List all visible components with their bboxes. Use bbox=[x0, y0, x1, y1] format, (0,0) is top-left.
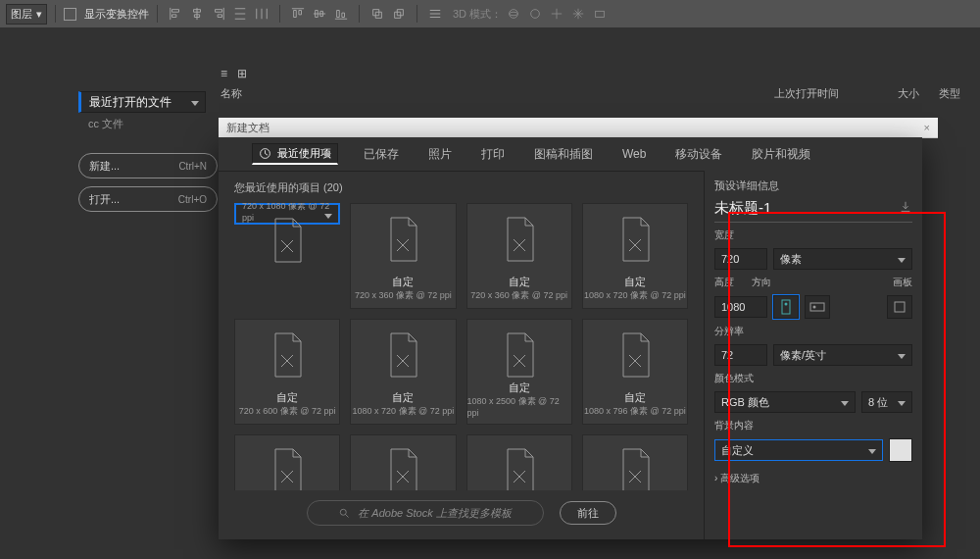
orientation-landscape[interactable] bbox=[805, 295, 830, 319]
preset-dimensions: 1080 x 2500 像素 @ 72 ppi bbox=[467, 395, 571, 418]
align-right-edges-icon[interactable] bbox=[209, 4, 228, 24]
more-icon[interactable] bbox=[425, 4, 445, 24]
arrange-icon-1[interactable] bbox=[368, 4, 387, 24]
preset-card[interactable]: 自定 bbox=[466, 434, 572, 490]
svg-point-5 bbox=[341, 509, 347, 515]
align-left-edges-icon[interactable] bbox=[166, 4, 185, 24]
color-mode-select[interactable]: RGB 颜色 bbox=[714, 391, 856, 413]
bg-color-swatch[interactable] bbox=[889, 438, 912, 462]
3d-orbit-icon[interactable] bbox=[504, 4, 523, 24]
preset-card[interactable]: 自定 bbox=[582, 434, 688, 490]
recent-files-nav[interactable]: 最近打开的文件 bbox=[78, 91, 206, 113]
document-icon bbox=[615, 331, 655, 381]
new-button-label: 新建... bbox=[89, 159, 120, 174]
3d-slide-icon[interactable] bbox=[568, 4, 588, 24]
align-top-icon[interactable] bbox=[288, 4, 308, 24]
preset-dimensions: 720 x 360 像素 @ 72 ppi bbox=[355, 289, 452, 302]
save-preset-icon[interactable] bbox=[899, 200, 912, 217]
preset-name: 自定 bbox=[624, 390, 646, 405]
modal-title: 新建文档 bbox=[226, 121, 270, 135]
bit-depth-select[interactable]: 8 位 bbox=[861, 391, 912, 413]
presets-panel: 您最近使用的项目 (20) 自定720 x 1080 像素 @ 72 ppi自定… bbox=[219, 171, 704, 539]
tab-print[interactable]: 打印 bbox=[477, 138, 509, 171]
width-unit-select[interactable]: 像素 bbox=[773, 248, 912, 270]
tab-mobile[interactable]: 移动设备 bbox=[671, 138, 726, 171]
cc-files-nav[interactable]: cc 文件 bbox=[78, 113, 206, 145]
preset-dimensions: 720 x 600 像素 @ 72 ppi bbox=[239, 405, 336, 418]
distribute-v-icon[interactable] bbox=[252, 4, 271, 24]
preset-card[interactable]: 自定1080 x 720 像素 @ 72 ppi bbox=[582, 203, 688, 309]
arrange-icon-2[interactable] bbox=[389, 4, 409, 24]
open-button[interactable]: 打开... Ctrl+O bbox=[78, 186, 218, 212]
tab-saved[interactable]: 已保存 bbox=[360, 138, 403, 171]
document-icon bbox=[500, 447, 539, 490]
resolution-input[interactable] bbox=[714, 344, 767, 366]
modal-titlebar[interactable]: 新建文档 × bbox=[219, 118, 938, 138]
distribute-h-icon[interactable] bbox=[230, 4, 250, 24]
preset-card[interactable]: 自定720 x 360 像素 @ 72 ppi bbox=[466, 203, 572, 309]
tab-film[interactable]: 胶片和视频 bbox=[748, 138, 814, 171]
tab-photo[interactable]: 照片 bbox=[424, 138, 456, 171]
layer-dropdown[interactable]: 图层 ▾ bbox=[6, 4, 47, 25]
document-title-row: 未标题-1 bbox=[714, 199, 912, 223]
preset-name: 自定 bbox=[392, 390, 414, 405]
close-icon[interactable]: × bbox=[924, 122, 930, 133]
svg-point-7 bbox=[785, 303, 788, 306]
grid-view-icon[interactable]: ⊞ bbox=[237, 67, 247, 80]
preset-dimensions: 720 x 360 像素 @ 72 ppi bbox=[470, 289, 567, 302]
height-input[interactable] bbox=[714, 296, 767, 318]
advanced-options-toggle[interactable]: › 高级选项 bbox=[714, 472, 912, 485]
artboards-checkbox[interactable] bbox=[887, 295, 912, 319]
3d-pan-icon[interactable] bbox=[547, 4, 566, 24]
document-title[interactable]: 未标题-1 bbox=[714, 199, 771, 218]
document-icon bbox=[615, 216, 655, 266]
stock-search-placeholder: 在 Adobe Stock 上查找更多模板 bbox=[358, 506, 512, 521]
document-icon bbox=[500, 331, 539, 381]
list-view-icon[interactable]: ≡ bbox=[220, 67, 227, 80]
svg-rect-10 bbox=[895, 302, 905, 312]
preset-card[interactable]: 自定1080 x 2500 像素 @ 72 ppi bbox=[466, 319, 572, 425]
show-transform-checkbox[interactable] bbox=[64, 8, 76, 21]
col-type[interactable]: 类型 bbox=[939, 86, 960, 101]
3d-zoom-icon[interactable] bbox=[590, 4, 610, 24]
align-vcenter-icon[interactable] bbox=[310, 4, 329, 24]
preset-card[interactable]: 自定1080 x 796 像素 @ 72 ppi bbox=[582, 319, 688, 425]
tab-recent-label: 最近使用项 bbox=[277, 146, 331, 161]
document-icon bbox=[500, 216, 539, 266]
document-icon bbox=[268, 331, 307, 381]
document-icon bbox=[383, 216, 422, 266]
preset-card[interactable]: 自定 bbox=[350, 434, 456, 490]
width-label: 宽度 bbox=[714, 229, 912, 242]
preset-card[interactable]: 自定720 x 360 像素 @ 72 ppi bbox=[350, 203, 456, 309]
preset-name: 自定 bbox=[624, 275, 646, 289]
show-transform-label: 显示变换控件 bbox=[84, 7, 149, 22]
col-size[interactable]: 大小 bbox=[898, 86, 919, 101]
start-left-nav: 最近打开的文件 cc 文件 新建... Ctrl+N 打开... Ctrl+O bbox=[78, 91, 206, 212]
col-name[interactable]: 名称 bbox=[220, 86, 242, 101]
presets-title: 您最近使用的项目 (20) bbox=[234, 180, 688, 195]
preset-card[interactable]: 自定720 x 1080 像素 @ 72 ppi bbox=[234, 203, 340, 225]
preset-details-panel: 预设详细信息 未标题-1 宽度 像素 高度 方向 画板 bbox=[704, 171, 922, 539]
go-button[interactable]: 前往 bbox=[560, 501, 616, 525]
resolution-unit-select[interactable]: 像素/英寸 bbox=[773, 344, 912, 366]
bg-content-select[interactable]: 自定义 bbox=[714, 439, 883, 461]
width-input[interactable] bbox=[714, 248, 767, 270]
tab-art[interactable]: 图稿和插图 bbox=[530, 138, 597, 171]
align-hcenter-icon[interactable] bbox=[187, 4, 207, 24]
preset-card[interactable]: 自定1080 x 720 像素 @ 72 ppi bbox=[350, 319, 456, 425]
tab-web[interactable]: Web bbox=[618, 138, 650, 171]
col-last-open[interactable]: 上次打开时间 bbox=[774, 86, 839, 101]
preset-card[interactable]: 自定720 x 600 像素 @ 72 ppi bbox=[234, 319, 340, 425]
preset-card[interactable]: 自定 bbox=[234, 434, 340, 490]
tab-recent[interactable]: 最近使用项 bbox=[252, 143, 338, 165]
resolution-label: 分辨率 bbox=[714, 325, 912, 338]
stock-search[interactable]: 在 Adobe Stock 上查找更多模板 bbox=[307, 500, 544, 526]
svg-point-2 bbox=[531, 10, 540, 19]
align-bottom-icon[interactable] bbox=[331, 4, 351, 24]
3d-roll-icon[interactable] bbox=[525, 4, 545, 24]
height-label: 高度 bbox=[714, 276, 734, 289]
orientation-portrait[interactable] bbox=[773, 295, 799, 319]
new-button[interactable]: 新建... Ctrl+N bbox=[78, 153, 218, 178]
chevron-down-icon: ▾ bbox=[36, 8, 42, 21]
document-icon bbox=[268, 447, 307, 490]
